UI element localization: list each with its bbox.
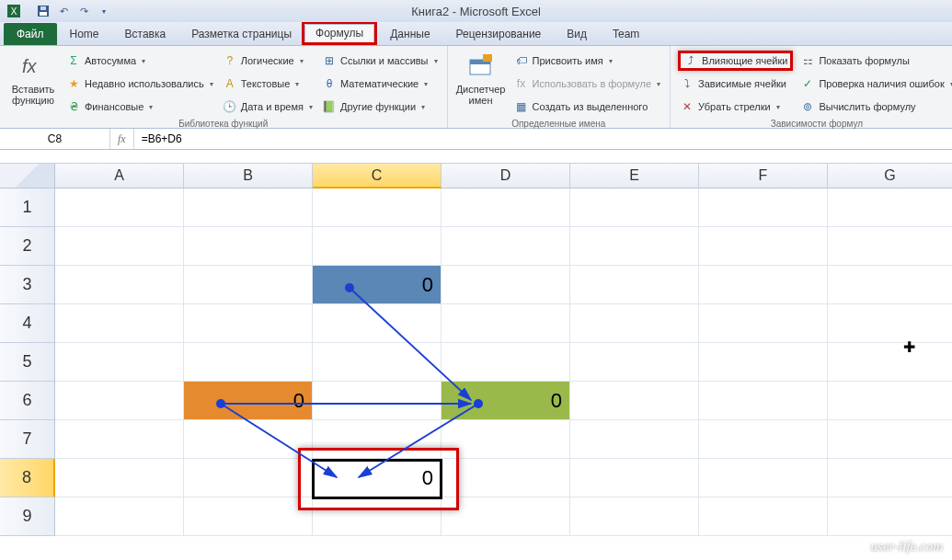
cell-G1[interactable] [828,189,952,227]
cell-E5[interactable] [570,343,699,382]
cell-E9[interactable] [570,497,699,536]
cell-E1[interactable] [570,189,699,227]
trace-precedents-button[interactable]: ⤴Влияющие ячейки [678,51,793,71]
qat-more-icon[interactable]: ▾ [96,3,112,19]
error-checking-button[interactable]: ✓Проверка наличия ошибок▾ [798,74,952,94]
cell-F4[interactable] [699,304,828,343]
row-header-7[interactable]: 7 [0,420,55,459]
excel-icon[interactable]: X [6,3,22,19]
insert-function-button[interactable]: fx Вставить функцию [7,49,59,117]
row-header-2[interactable]: 2 [0,227,55,266]
row-header-6[interactable]: 6 [0,382,55,420]
cell-B6[interactable]: 0 [184,382,313,420]
tab-data[interactable]: Данные [377,23,442,45]
cell-B5[interactable] [184,343,313,382]
cell-G6[interactable] [828,382,952,420]
cell-A4[interactable] [55,304,184,343]
cell-A8[interactable] [55,459,184,497]
cell-C9[interactable] [313,497,442,536]
cell-G2[interactable] [828,227,952,266]
col-header-A[interactable]: A [55,164,184,189]
cell-E2[interactable] [570,227,699,266]
cell-D9[interactable] [442,497,570,536]
show-formulas-button[interactable]: ⚏Показать формулы [798,51,952,71]
cell-E8[interactable] [570,459,699,497]
lookup-button[interactable]: ⊞Ссылки и массивы▾ [320,51,440,71]
col-header-E[interactable]: E [570,164,699,189]
datetime-button[interactable]: 🕒Дата и время▾ [221,97,315,117]
row-header-1[interactable]: 1 [0,189,55,227]
cell-F5[interactable] [699,343,828,382]
cell-F6[interactable] [699,382,828,420]
cell-C4[interactable] [313,304,442,343]
cell-E7[interactable] [570,420,699,459]
cell-A9[interactable] [55,497,184,536]
cell-D8[interactable] [442,459,570,497]
cell-D1[interactable] [442,189,570,227]
select-all-triangle[interactable] [0,164,55,189]
cell-B1[interactable] [184,189,313,227]
logical-button[interactable]: ?Логические▾ [221,51,315,71]
cell-A6[interactable] [55,382,184,420]
formula-input[interactable]: =B6+D6 [134,129,952,149]
cell-B9[interactable] [184,497,313,536]
cell-E6[interactable] [570,382,699,420]
trace-dependents-button[interactable]: ⤵Зависимые ячейки [678,74,793,94]
create-from-selection-button[interactable]: ▦Создать из выделенного [512,97,663,117]
cell-C6[interactable] [313,382,442,420]
recently-used-button[interactable]: ★Недавно использовались▾ [64,74,215,94]
cell-B4[interactable] [184,304,313,343]
save-icon[interactable] [35,3,52,19]
tab-view[interactable]: Вид [554,23,600,45]
row-header-8[interactable]: 8 [0,459,55,497]
cell-D6[interactable]: 0 [442,382,570,420]
cell-G5[interactable] [828,343,952,382]
cell-C7[interactable] [313,420,442,459]
cell-G3[interactable] [828,266,952,304]
col-header-D[interactable]: D [442,164,570,189]
cell-C8[interactable]: 0 [313,459,442,497]
fx-button-icon[interactable]: fx [118,132,126,146]
cell-F2[interactable] [699,227,828,266]
undo-icon[interactable]: ↶ [55,3,72,19]
cell-A1[interactable] [55,189,184,227]
cell-F9[interactable] [699,497,828,536]
use-in-formula-button[interactable]: fxИспользовать в формуле▾ [512,74,663,94]
name-box[interactable]: C8 [0,129,110,149]
cell-F3[interactable] [699,266,828,304]
cell-E4[interactable] [570,304,699,343]
col-header-G[interactable]: G [828,164,952,189]
file-tab[interactable]: Файл [4,23,57,45]
define-name-button[interactable]: 🏷Присвоить имя▾ [512,51,663,71]
cell-F7[interactable] [699,420,828,459]
tab-team[interactable]: Team [600,23,652,45]
cell-D7[interactable] [442,420,570,459]
cell-B3[interactable] [184,266,313,304]
col-header-F[interactable]: F [699,164,828,189]
row-header-4[interactable]: 4 [0,304,55,343]
name-manager-button[interactable]: Диспетчер имен [455,49,507,117]
other-functions-button[interactable]: 📗Другие функции▾ [320,97,440,117]
tab-home[interactable]: Home [57,23,112,45]
cell-D2[interactable] [442,227,570,266]
cell-C5[interactable] [313,343,442,382]
cell-G7[interactable] [828,420,952,459]
cell-D4[interactable] [442,304,570,343]
cell-B7[interactable] [184,420,313,459]
cell-D3[interactable] [442,266,570,304]
tab-insert[interactable]: Вставка [112,23,179,45]
cell-A3[interactable] [55,266,184,304]
row-header-5[interactable]: 5 [0,343,55,382]
cell-G9[interactable] [828,497,952,536]
cell-D5[interactable] [442,343,570,382]
col-header-B[interactable]: B [184,164,313,189]
redo-icon[interactable]: ↷ [75,3,92,19]
cell-F1[interactable] [699,189,828,227]
autosum-button[interactable]: ΣАвтосумма▾ [64,51,215,71]
cell-A2[interactable] [55,227,184,266]
tab-page-layout[interactable]: Разметка страницы [178,23,304,45]
cell-A5[interactable] [55,343,184,382]
cell-G8[interactable] [828,459,952,497]
math-button[interactable]: θМатематические▾ [320,74,440,94]
row-header-3[interactable]: 3 [0,266,55,304]
